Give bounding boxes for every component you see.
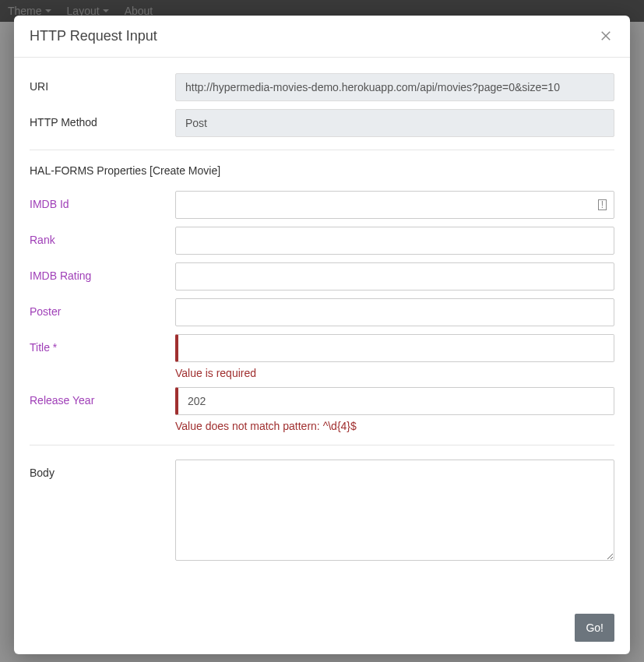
go-button[interactable]: Go! [575, 614, 614, 642]
modal-footer: Go! [14, 604, 630, 654]
imdb-rating-input[interactable] [175, 262, 614, 291]
uri-input[interactable] [175, 73, 614, 101]
release-year-error: Value does not match pattern: ^\d{4}$ [175, 420, 614, 432]
http-request-modal: HTTP Request Input URI HTTP Method HAL-F… [14, 16, 630, 654]
rank-label: Rank [30, 227, 175, 246]
contact-card-icon: ! [598, 199, 607, 210]
modal-header: HTTP Request Input [14, 16, 630, 58]
modal-title: HTTP Request Input [30, 28, 157, 44]
close-button[interactable] [599, 29, 614, 44]
close-icon [599, 29, 613, 43]
title-input[interactable] [175, 334, 614, 362]
imdb-id-label: IMDB Id [30, 191, 175, 210]
title-row: Title * Value is required [30, 334, 614, 379]
divider [30, 445, 614, 445]
body-textarea[interactable] [175, 460, 614, 561]
divider [30, 150, 614, 150]
body-label: Body [30, 460, 175, 479]
imdb-id-row: IMDB Id ! [30, 191, 614, 219]
imdb-rating-row: IMDB Rating [30, 262, 614, 291]
release-year-input[interactable] [175, 387, 614, 415]
hal-forms-heading: HAL-FORMS Properties [Create Movie] [30, 164, 614, 177]
title-error: Value is required [175, 367, 614, 379]
imdb-id-input[interactable] [175, 191, 614, 219]
title-label: Title * [30, 334, 175, 354]
body-row: Body [30, 460, 614, 564]
method-row: HTTP Method [30, 109, 614, 137]
imdb-rating-label: IMDB Rating [30, 262, 175, 282]
modal-body: URI HTTP Method HAL-FORMS Properties [Cr… [14, 58, 630, 604]
poster-input[interactable] [175, 298, 614, 326]
release-year-row: Release Year Value does not match patter… [30, 387, 614, 432]
uri-row: URI [30, 73, 614, 101]
rank-input[interactable] [175, 227, 614, 255]
uri-label: URI [30, 73, 175, 93]
release-year-label: Release Year [30, 387, 175, 407]
method-label: HTTP Method [30, 109, 175, 129]
method-input[interactable] [175, 109, 614, 137]
poster-row: Poster [30, 298, 614, 326]
poster-label: Poster [30, 298, 175, 318]
rank-row: Rank [30, 227, 614, 255]
